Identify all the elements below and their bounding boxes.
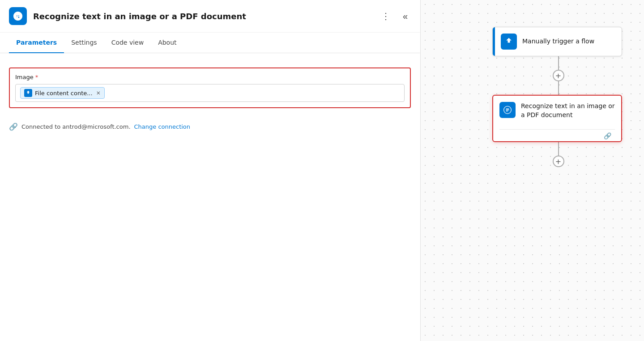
trigger-node-label: Manually trigger a flow: [522, 37, 594, 46]
recognize-node-body: Recognize text in an image or a PDF docu…: [499, 101, 615, 120]
trigger-node-accent: [493, 27, 495, 56]
required-star: *: [35, 74, 38, 80]
app-icon-svg: [13, 11, 23, 21]
right-panel: Manually trigger a flow + Recogni: [421, 0, 644, 341]
trigger-node[interactable]: Manually trigger a flow: [492, 27, 622, 56]
recognize-node-label: Recognize text in an image or a PDF docu…: [521, 102, 615, 119]
token-icon: [24, 89, 32, 97]
tab-settings[interactable]: Settings: [64, 33, 104, 53]
add-step-button-1[interactable]: +: [553, 70, 564, 81]
image-label-text: Image: [15, 74, 34, 80]
connection-link-icon: 🔗: [9, 122, 18, 131]
more-options-button[interactable]: ⋮: [378, 9, 394, 23]
token-label: File content conte...: [35, 90, 93, 97]
left-panel: Recognize text in an image or a PDF docu…: [0, 0, 421, 341]
file-content-token: File content conte... ×: [20, 87, 105, 99]
recognize-node-icon: [499, 102, 516, 118]
panel-header-actions: ⋮ «: [378, 9, 411, 23]
panel-title: Recognize text in an image or a PDF docu…: [33, 12, 246, 21]
panel-header-left: Recognize text in an image or a PDF docu…: [9, 7, 246, 25]
panel-header: Recognize text in an image or a PDF docu…: [0, 0, 420, 33]
connected-label: Connected to antrod@microsoft.com.: [21, 123, 131, 130]
flow-canvas: Manually trigger a flow + Recogni: [492, 27, 622, 167]
recognize-icon-svg: [503, 105, 512, 114]
token-close-button[interactable]: ×: [96, 90, 101, 96]
connector-line-3: [558, 142, 559, 156]
add-step-button-2[interactable]: +: [553, 156, 564, 167]
connector-2: +: [553, 142, 564, 167]
token-icon-svg: [26, 90, 31, 96]
tab-parameters[interactable]: Parameters: [9, 33, 64, 53]
connector-line-2: [558, 81, 559, 95]
tab-code-view[interactable]: Code view: [104, 33, 151, 53]
connector-1: +: [553, 56, 564, 95]
image-field-container: Image * File content conte... ×: [9, 67, 411, 108]
panel-content: Image * File content conte... × 🔗 Connec…: [0, 53, 420, 341]
collapse-button[interactable]: «: [399, 9, 411, 23]
app-icon: [9, 7, 27, 25]
connection-info: 🔗 Connected to antrod@microsoft.com. Cha…: [9, 122, 411, 131]
trigger-node-wrapper: Manually trigger a flow + Recogni: [492, 27, 622, 167]
recognize-node[interactable]: Recognize text in an image or a PDF docu…: [492, 95, 622, 142]
tabs-container: Parameters Settings Code view About: [0, 33, 420, 53]
trigger-node-icon: [501, 34, 517, 50]
image-field-label: Image *: [15, 74, 405, 80]
recognize-node-footer: 🔗: [499, 129, 615, 141]
trigger-icon-svg: [504, 37, 513, 46]
change-connection-link[interactable]: Change connection: [134, 123, 191, 130]
tab-about[interactable]: About: [151, 33, 183, 53]
recognize-link-icon: 🔗: [604, 132, 611, 139]
image-input-field[interactable]: File content conte... ×: [15, 84, 405, 102]
connector-line-1: [558, 56, 559, 70]
